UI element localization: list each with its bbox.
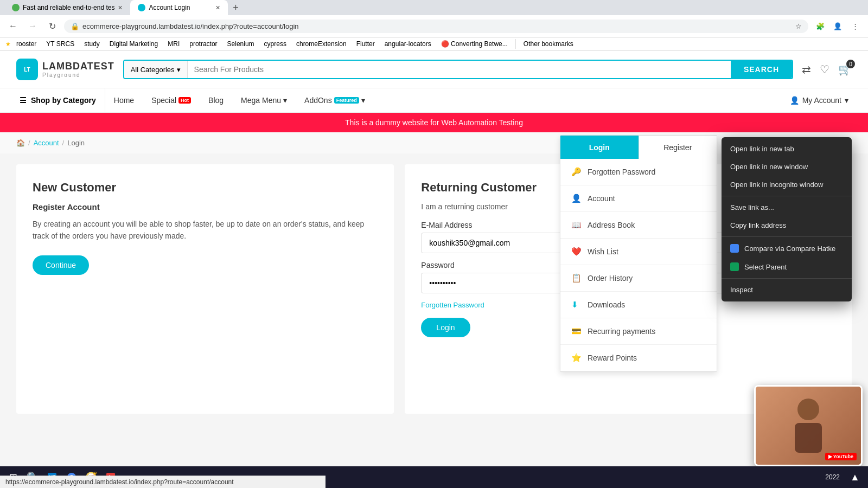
nav-addons[interactable]: AddOns Featured ▾ (296, 88, 374, 112)
status-url: https://ecommerce-playground.lambdatest.… (5, 478, 234, 486)
ctx-save-link[interactable]: Save link as... (722, 198, 852, 216)
account-link-address-book[interactable]: 📖 Address Book (560, 212, 717, 239)
new-customer-title: New Customer (33, 181, 378, 195)
breadcrumb-home[interactable]: 🏠 (16, 139, 25, 147)
continue-button[interactable]: Continue (33, 255, 89, 275)
nav-blog[interactable]: Blog (200, 88, 232, 112)
wishlist-icon-button[interactable]: ♡ (820, 63, 829, 76)
bookmark-protractor[interactable]: protractor (185, 39, 221, 49)
svg-rect-1 (795, 423, 822, 453)
bookmark-chromeextension[interactable]: chromeExtension (292, 39, 351, 49)
dropdown-login-button[interactable]: Login (560, 136, 639, 159)
bookmark-cypress[interactable]: cypress (260, 39, 291, 49)
ctx-open-incognito-label: Open link in incognito window (730, 181, 823, 189)
select-parent-icon (730, 262, 739, 271)
logo-sub: Playground (42, 72, 114, 78)
login-button[interactable]: Login (421, 318, 470, 337)
bookmark-flutter[interactable]: Flutter (352, 39, 379, 49)
video-thumbnail[interactable]: ▶ YouTube (754, 385, 863, 466)
heart-icon: ❤️ (571, 247, 581, 256)
back-button[interactable]: ← (5, 18, 21, 34)
account-link-downloads[interactable]: ⬇ Downloads (560, 292, 717, 318)
account-link-reward-points[interactable]: ⭐ Reward Points (560, 345, 717, 371)
dropdown-register-button[interactable]: Register (639, 136, 717, 159)
nav-mega-menu[interactable]: Mega Menu ▾ (232, 88, 296, 112)
ctx-open-new-window[interactable]: Open link in new window (722, 158, 852, 176)
tab-1[interactable]: Fast and reliable end-to-end tes ✕ (4, 0, 130, 15)
nav-special[interactable]: Special Hot (143, 88, 200, 112)
ctx-open-new-tab-label: Open link in new tab (730, 145, 794, 153)
reload-button[interactable]: ↻ (44, 18, 60, 34)
status-bar: https://ecommerce-playground.lambdatest.… (0, 476, 326, 488)
wish-list-text: Wish List (588, 247, 618, 256)
profile-icon[interactable]: 👤 (830, 18, 845, 34)
mega-menu-chevron-icon: ▾ (283, 96, 287, 105)
more-icon[interactable]: ⋮ (847, 18, 863, 34)
ctx-select-parent[interactable]: Select Parent (722, 258, 852, 276)
breadcrumb-account[interactable]: Account (34, 139, 59, 147)
nav-icons: 🧩 👤 ⋮ (813, 18, 863, 34)
bookmark-mri[interactable]: MRI (163, 39, 184, 49)
bookmark-selenium[interactable]: Selenium (223, 39, 259, 49)
account-link-recurring-payments[interactable]: 💳 Recurring payments (560, 318, 717, 345)
my-account-chevron-icon: ▾ (845, 96, 848, 105)
bookmark-angularlocators[interactable]: angular-locators (380, 39, 436, 49)
tab-1-close[interactable]: ✕ (118, 4, 123, 11)
my-account-nav[interactable]: 👤 My Account ▾ (781, 88, 857, 112)
account-link-forgotten-password[interactable]: 🔑 Forgotten Password (560, 159, 717, 185)
recurring-icon: 💳 (571, 326, 581, 336)
tab-2-close[interactable]: ✕ (215, 4, 220, 11)
bookmark-rooster[interactable]: rooster (12, 39, 41, 49)
address-bar[interactable]: 🔒 ecommerce-playground.lambdatest.io/ind… (64, 20, 808, 33)
breadcrumb-sep-1: / (28, 139, 30, 147)
featured-badge: Featured (334, 97, 359, 104)
compare-icon-button[interactable]: ⇄ (802, 63, 811, 76)
ctx-compare-hatke[interactable]: Compare via Compare Hatke (722, 239, 852, 258)
account-link-wish-list[interactable]: ❤️ Wish List (560, 239, 717, 265)
ctx-separator-2 (722, 236, 852, 237)
key-icon: 🔑 (571, 167, 581, 177)
browser-chrome: Fast and reliable end-to-end tes ✕ Accou… (0, 0, 868, 51)
tab-2[interactable]: Account Login ✕ (130, 0, 228, 15)
tab-1-label: Fast and reliable end-to-end tes (23, 4, 114, 11)
logo[interactable]: LT LAMBDATEST Playground (16, 59, 114, 80)
download-icon: ⬇ (571, 300, 581, 310)
ctx-compare-hatke-label: Compare via Compare Hatke (744, 245, 835, 253)
search-input[interactable] (188, 61, 731, 78)
account-link-order-history[interactable]: 📋 Order History (560, 265, 717, 292)
bookmark-digitalmarketing[interactable]: Digital Marketing (105, 39, 162, 49)
nav-home[interactable]: Home (105, 88, 143, 112)
bookmark-study[interactable]: study (80, 39, 104, 49)
extensions-icon[interactable]: 🧩 (813, 18, 828, 34)
taskbar-time: 2022 (825, 473, 840, 481)
overlay-panels: Login Register 🔑 Forgotten Password 👤 Ac… (560, 135, 852, 372)
search-button[interactable]: SEARCH (731, 61, 792, 78)
reward-icon: ⭐ (571, 353, 581, 363)
search-category-dropdown[interactable]: All Categories ▾ (124, 61, 188, 78)
ctx-open-incognito[interactable]: Open link in incognito window (722, 176, 852, 194)
header-icons: ⇄ ♡ 🛒 0 (802, 63, 852, 76)
nav-mega-menu-label: Mega Menu (241, 96, 281, 105)
bookmark-other[interactable]: Other bookmarks (519, 39, 578, 49)
context-menu: Open link in new tab Open link in new wi… (722, 137, 852, 301)
bookmark-converting[interactable]: 🔴 Converting Betwe... (437, 39, 512, 49)
shop-by-category[interactable]: ☰ Shop by Category (11, 88, 105, 112)
search-category-label: All Categories (131, 66, 175, 74)
bookmarks-separator (515, 39, 516, 49)
ctx-open-new-tab[interactable]: Open link in new tab (722, 140, 852, 158)
account-link-my-account[interactable]: 👤 Account (560, 185, 717, 212)
ctx-copy-link[interactable]: Copy link address (722, 216, 852, 234)
book-icon: 📖 (571, 220, 581, 230)
shop-by-category-label: Shop by Category (31, 96, 96, 105)
site-nav: ☰ Shop by Category Home Special Hot Blog… (0, 88, 868, 113)
new-tab-button[interactable]: + (228, 0, 243, 15)
cart-badge: 0 (846, 60, 855, 68)
ctx-select-parent-label: Select Parent (744, 263, 787, 271)
cart-icon-button[interactable]: 🛒 0 (838, 63, 852, 76)
ctx-inspect[interactable]: Inspect (722, 281, 852, 299)
order-icon: 📋 (571, 273, 581, 283)
bookmark-ytsrcs[interactable]: YT SRCS (42, 39, 79, 49)
site-header: LT LAMBDATEST Playground All Categories … (0, 51, 868, 88)
star-icon[interactable]: ☆ (795, 22, 802, 30)
taskbar-chevron-up-button[interactable]: ▲ (846, 468, 864, 486)
